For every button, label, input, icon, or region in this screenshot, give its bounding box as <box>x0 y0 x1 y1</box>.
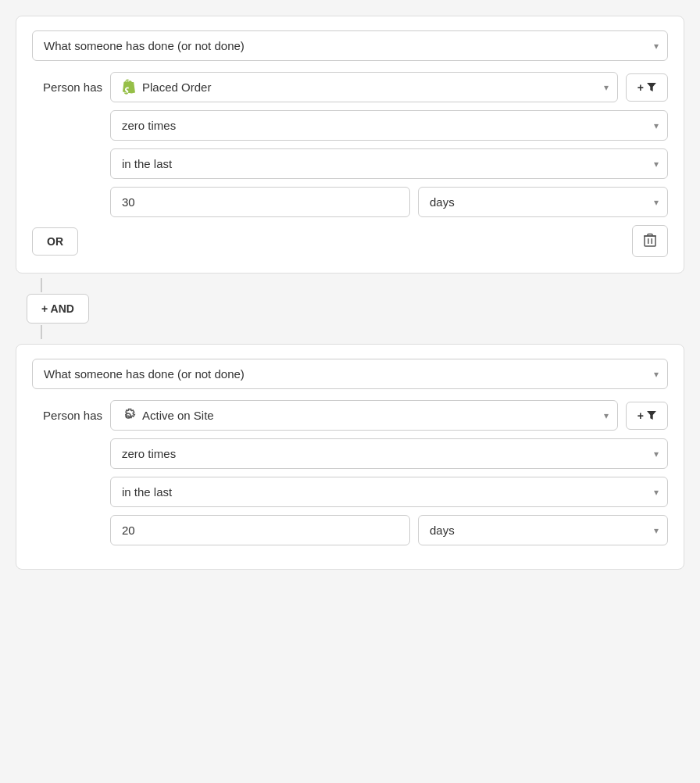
condition-type-row-1: What someone has done (or not done) ▾ <box>32 30 668 61</box>
person-has-row-1: Person has Placed Order ▾ + <box>32 72 668 102</box>
event-select-wrapper-1: Placed Order ▾ <box>110 72 618 102</box>
event-select-wrapper-2: Active on Site ▾ <box>110 400 618 431</box>
frequency-select-wrapper-1: zero times ▾ <box>110 110 668 141</box>
timeframe-row-1: in the last ▾ <box>110 148 668 179</box>
timeframe-select-2[interactable]: in the last <box>110 477 668 507</box>
frequency-select-1[interactable]: zero times <box>110 110 668 141</box>
svg-rect-2 <box>652 238 653 244</box>
person-has-label-2: Person has <box>32 409 102 422</box>
and-connector: + AND <box>16 278 684 339</box>
unit-select-2[interactable]: days <box>418 515 668 545</box>
frequency-select-2[interactable]: zero times <box>110 438 668 469</box>
plus-icon-2: + <box>638 409 644 422</box>
condition-type-row-2: What someone has done (or not done) ▾ <box>32 359 668 389</box>
and-button[interactable]: + AND <box>27 294 89 324</box>
person-has-row-2: Person has Active on Site ▾ + <box>32 400 668 431</box>
frequency-select-wrapper-2: zero times ▾ <box>110 438 668 469</box>
add-filter-btn-1[interactable]: + <box>626 73 668 102</box>
or-button-1[interactable]: OR <box>32 227 78 256</box>
unit-select-wrapper-1: days ▾ <box>418 187 668 217</box>
condition-block-2: What someone has done (or not done) ▾ Pe… <box>16 344 684 570</box>
condition-block-1: What someone has done (or not done) ▾ Pe… <box>16 16 684 274</box>
type-select-2[interactable]: What someone has done (or not done) <box>32 359 668 389</box>
svg-rect-1 <box>648 238 649 244</box>
delete-button-1[interactable] <box>632 225 668 257</box>
number-input-2[interactable] <box>110 515 410 545</box>
svg-rect-0 <box>645 236 655 246</box>
event-select-1[interactable]: Placed Order <box>110 72 618 102</box>
timeframe-select-1[interactable]: in the last <box>110 148 668 179</box>
number-unit-row-2: days ▾ <box>110 515 668 545</box>
funnel-icon-1 <box>647 83 656 91</box>
unit-select-1[interactable]: days <box>418 187 668 217</box>
bottom-row-1: OR <box>32 225 668 257</box>
timeframe-select-wrapper-2: in the last ▾ <box>110 477 668 507</box>
trash-icon-1 <box>644 233 656 247</box>
type-select-wrapper-2: What someone has done (or not done) ▾ <box>32 359 668 389</box>
connector-line-top <box>41 278 42 292</box>
number-wrapper-1 <box>110 187 410 217</box>
plus-icon-1: + <box>638 81 644 94</box>
frequency-row-2: zero times ▾ <box>110 438 668 469</box>
timeframe-select-wrapper-1: in the last ▾ <box>110 148 668 179</box>
funnel-icon-2 <box>647 411 656 420</box>
connector-line-bottom <box>41 325 42 339</box>
number-input-1[interactable] <box>110 187 410 217</box>
add-filter-btn-2[interactable]: + <box>626 402 668 430</box>
frequency-row-1: zero times ▾ <box>110 110 668 141</box>
type-select-1[interactable]: What someone has done (or not done) <box>32 30 668 61</box>
number-wrapper-2 <box>110 515 410 545</box>
timeframe-row-2: in the last ▾ <box>110 477 668 507</box>
event-select-2[interactable]: Active on Site <box>110 400 618 431</box>
type-select-wrapper-1: What someone has done (or not done) ▾ <box>32 30 668 61</box>
number-unit-row-1: days ▾ <box>110 187 668 217</box>
unit-select-wrapper-2: days ▾ <box>418 515 668 545</box>
person-has-label-1: Person has <box>32 80 102 94</box>
